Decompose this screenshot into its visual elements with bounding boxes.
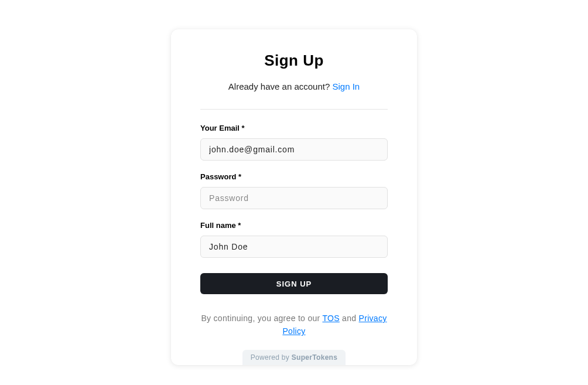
email-group: Your Email * <box>200 124 388 161</box>
powered-by-badge[interactable]: Powered by SuperTokens <box>242 350 346 365</box>
password-group: Password * <box>200 172 388 209</box>
password-label: Password * <box>200 172 388 181</box>
subtitle: Already have an account? Sign In <box>200 81 388 91</box>
powered-by-prefix: Powered by <box>251 353 292 362</box>
divider <box>200 109 388 110</box>
email-label: Your Email * <box>200 124 388 132</box>
powered-by-brand: SuperTokens <box>292 353 337 362</box>
email-field[interactable] <box>200 138 388 161</box>
fullname-field[interactable] <box>200 236 388 258</box>
signup-button[interactable]: SIGN UP <box>200 273 388 294</box>
signin-link[interactable]: Sign In <box>332 81 360 91</box>
subtitle-text: Already have an account? <box>228 81 333 91</box>
page-title: Sign Up <box>200 52 388 70</box>
signup-card: Sign Up Already have an account? Sign In… <box>171 29 417 365</box>
fullname-label: Full name * <box>200 221 388 230</box>
password-field[interactable] <box>200 187 388 209</box>
terms-mid: and <box>342 314 358 323</box>
fullname-group: Full name * <box>200 221 388 258</box>
terms-prefix: By continuing, you agree to our <box>201 314 322 323</box>
tos-link[interactable]: TOS <box>322 314 339 323</box>
terms-text: By continuing, you agree to our TOS and … <box>200 312 388 338</box>
